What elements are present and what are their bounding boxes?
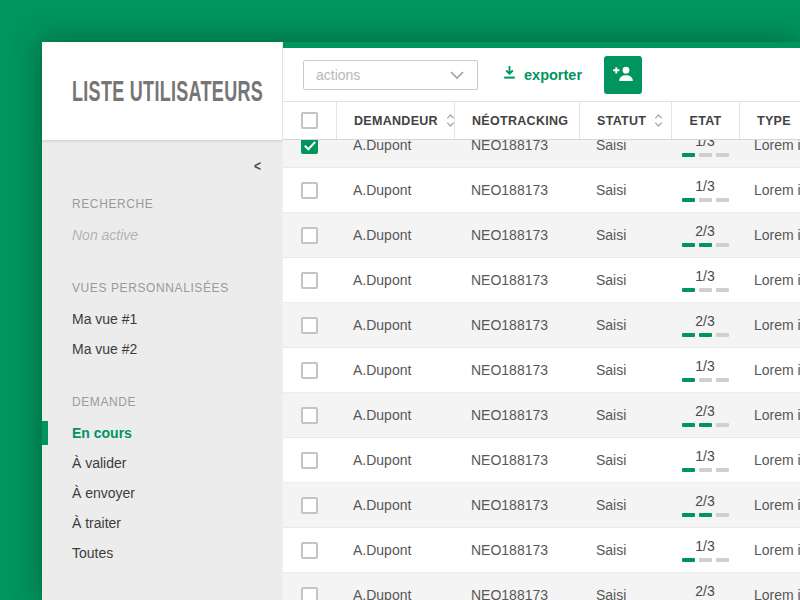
cell-etat: 2/3 bbox=[671, 213, 739, 257]
row-checkbox[interactable] bbox=[301, 452, 318, 469]
sidebar-item-non-active[interactable]: Non active bbox=[42, 220, 282, 250]
column-header-neotracking[interactable]: NÉOTRACKING bbox=[454, 102, 579, 139]
cell-demandeur: A.Dupont bbox=[336, 348, 454, 392]
cell-neotracking: NEO188173 bbox=[454, 213, 579, 257]
collapse-sidebar-icon[interactable]: < bbox=[254, 157, 261, 174]
cell-type: Lorem ip bbox=[739, 258, 800, 302]
row-checkbox-cell bbox=[283, 348, 336, 392]
table-row[interactable]: A.Dupont NEO188173 Saisi 1/3 Lorem ip bbox=[283, 348, 800, 393]
export-button[interactable]: exporter bbox=[502, 65, 582, 84]
cell-neotracking: NEO188173 bbox=[454, 528, 579, 572]
sidebar-item-toutes[interactable]: Toutes bbox=[42, 538, 282, 568]
cell-type: Lorem ip bbox=[739, 140, 800, 167]
add-user-icon bbox=[612, 64, 635, 86]
cell-type: Lorem ip bbox=[739, 573, 800, 600]
export-label: exporter bbox=[524, 67, 582, 83]
sort-icon[interactable] bbox=[654, 113, 663, 128]
column-header-etat[interactable]: ETAT bbox=[671, 102, 739, 139]
etat-label: 1/3 bbox=[695, 448, 714, 464]
column-header-type[interactable]: TYPE bbox=[739, 102, 800, 139]
row-checkbox[interactable] bbox=[301, 407, 318, 424]
cell-neotracking: NEO188173 bbox=[454, 573, 579, 600]
cell-statut: Saisi bbox=[579, 438, 671, 482]
etat-dashes bbox=[682, 423, 729, 427]
cell-type: Lorem ip bbox=[739, 213, 800, 257]
etat-label: 2/3 bbox=[695, 313, 714, 329]
sort-icon[interactable] bbox=[446, 113, 454, 128]
table-row[interactable]: A.Dupont NEO188173 Saisi 1/3 Lorem ip bbox=[283, 168, 800, 213]
cell-type: Lorem ip bbox=[739, 438, 800, 482]
sidebar-section-demande: DEMANDE bbox=[72, 392, 282, 412]
table-row[interactable]: A.Dupont NEO188173 Saisi 1/3 Lorem ip bbox=[283, 258, 800, 303]
cell-demandeur: A.Dupont bbox=[336, 140, 454, 167]
cell-demandeur: A.Dupont bbox=[336, 438, 454, 482]
etat-label: 2/3 bbox=[695, 493, 714, 509]
column-header-demandeur[interactable]: DEMANDEUR bbox=[336, 102, 454, 139]
toolbar: actions exporter bbox=[283, 48, 800, 101]
column-label: STATUT bbox=[597, 114, 646, 128]
etat-progress: 2/3 bbox=[682, 223, 729, 247]
cell-neotracking: NEO188173 bbox=[454, 140, 579, 167]
sidebar-item-en-cours[interactable]: En cours bbox=[42, 418, 282, 448]
row-checkbox[interactable] bbox=[301, 542, 318, 559]
etat-dashes bbox=[682, 468, 729, 472]
etat-label: 2/3 bbox=[695, 223, 714, 239]
table-row[interactable]: A.Dupont NEO188173 Saisi 1/3 Lorem ip bbox=[283, 438, 800, 483]
cell-neotracking: NEO188173 bbox=[454, 348, 579, 392]
table-row[interactable]: A.Dupont NEO188173 Saisi 1/3 Lorem ip bbox=[283, 528, 800, 573]
cell-statut: Saisi bbox=[579, 213, 671, 257]
etat-progress: 1/3 bbox=[682, 448, 729, 472]
cell-demandeur: A.Dupont bbox=[336, 528, 454, 572]
cell-statut: Saisi bbox=[579, 573, 671, 600]
etat-dashes bbox=[682, 288, 729, 292]
select-all-cell bbox=[283, 102, 336, 139]
cell-etat: 2/3 bbox=[671, 483, 739, 527]
row-checkbox[interactable] bbox=[301, 182, 318, 199]
sidebar-item-ma-vue-1[interactable]: Ma vue #1 bbox=[42, 304, 282, 334]
actions-dropdown[interactable]: actions bbox=[303, 60, 478, 90]
row-checkbox[interactable] bbox=[301, 497, 318, 514]
cell-type: Lorem ip bbox=[739, 528, 800, 572]
cell-type: Lorem ip bbox=[739, 348, 800, 392]
row-checkbox[interactable] bbox=[301, 140, 318, 154]
row-checkbox-cell bbox=[283, 140, 336, 167]
etat-label: 2/3 bbox=[695, 583, 714, 599]
cell-neotracking: NEO188173 bbox=[454, 168, 579, 212]
cell-etat: 1/3 bbox=[671, 348, 739, 392]
row-checkbox-cell bbox=[283, 168, 336, 212]
cell-type: Lorem ip bbox=[739, 393, 800, 437]
table-row[interactable]: A.Dupont NEO188173 Saisi 2/3 Lorem ip bbox=[283, 213, 800, 258]
sidebar-item-a-valider[interactable]: À valider bbox=[42, 448, 282, 478]
content-column: actions exporter bbox=[282, 42, 800, 600]
etat-progress: 2/3 bbox=[682, 313, 729, 337]
table-row[interactable]: A.Dupont NEO188173 Saisi 2/3 Lorem ip bbox=[283, 573, 800, 600]
sidebar-item-a-envoyer[interactable]: À envoyer bbox=[42, 478, 282, 508]
cell-statut: Saisi bbox=[579, 348, 671, 392]
select-all-checkbox[interactable] bbox=[301, 112, 318, 129]
table-row[interactable]: A.Dupont NEO188173 Saisi 2/3 Lorem ip bbox=[283, 303, 800, 348]
etat-label: 1/3 bbox=[695, 178, 714, 194]
sidebar-item-a-traiter[interactable]: À traiter bbox=[42, 508, 282, 538]
row-checkbox[interactable] bbox=[301, 272, 318, 289]
column-header-statut[interactable]: STATUT bbox=[579, 102, 671, 139]
cell-etat: 1/3 bbox=[671, 168, 739, 212]
cell-statut: Saisi bbox=[579, 258, 671, 302]
row-checkbox[interactable] bbox=[301, 227, 318, 244]
column-label: DEMANDEUR bbox=[354, 114, 438, 128]
row-checkbox[interactable] bbox=[301, 317, 318, 334]
etat-dashes bbox=[682, 558, 729, 562]
cell-demandeur: A.Dupont bbox=[336, 258, 454, 302]
row-checkbox[interactable] bbox=[301, 362, 318, 379]
row-checkbox-cell bbox=[283, 213, 336, 257]
cell-etat: 2/3 bbox=[671, 303, 739, 347]
row-checkbox[interactable] bbox=[301, 587, 318, 600]
table-row[interactable]: A.Dupont NEO188173 Saisi 2/3 Lorem ip bbox=[283, 483, 800, 528]
row-checkbox-cell bbox=[283, 528, 336, 572]
add-user-button[interactable] bbox=[604, 56, 642, 94]
cell-statut: Saisi bbox=[579, 140, 671, 167]
row-checkbox-cell bbox=[283, 438, 336, 482]
sidebar-item-ma-vue-2[interactable]: Ma vue #2 bbox=[42, 334, 282, 364]
table-row[interactable]: A.Dupont NEO188173 Saisi 2/3 Lorem ip bbox=[283, 393, 800, 438]
table-row[interactable]: A.Dupont NEO188173 Saisi 1/3 Lorem ip bbox=[283, 140, 800, 168]
etat-dashes bbox=[682, 243, 729, 247]
